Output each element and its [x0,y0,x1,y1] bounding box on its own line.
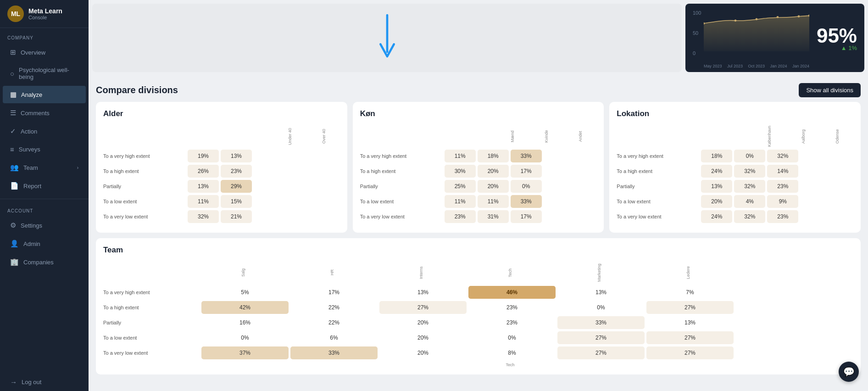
sidebar-item-comments[interactable]: ☰ Comments [3,104,86,122]
svg-point-3 [756,18,758,20]
team-col-marketing: Marketing [556,261,643,284]
table-row: To a low extent 11% 15% [103,195,340,208]
table-row: To a very high extent 18% 0% 32% [617,150,853,162]
cell: 13% [646,316,734,329]
companies-icon: 🏢 [10,258,19,266]
team-col-interns: Interns [378,261,465,284]
sidebar-item-admin[interactable]: 👤 Admin [3,235,86,252]
cell: 0% [511,180,542,193]
alder-col-under40: Under 40 [274,125,306,148]
cell-highlight: 46% [468,286,556,299]
action-icon: ✓ [10,127,16,135]
table-row: To a very low extent 37% 33% 20% 8% 27% … [103,346,853,359]
sidebar-item-label: Admin [23,240,40,247]
cell: 11% [445,195,476,208]
division-title-alder: Alder [103,109,340,118]
sidebar-item-label: Settings [21,222,42,229]
show-all-divisions-button[interactable]: Show all divisions [799,83,861,97]
sidebar-item-report[interactable]: 📄 Report [3,177,86,195]
cell: 23% [767,180,798,193]
cell: 13% [557,286,645,299]
cell: 20% [379,316,467,329]
logo-text: Meta Learn Console [28,7,62,20]
cell: 0% [557,301,645,314]
cell: 25% [445,180,476,193]
app-logo: ML Meta Learn Console [0,0,89,28]
lokation-col-koebenhavn: København [753,125,785,148]
sidebar-item-label: Overview [21,49,45,56]
svg-point-5 [798,15,800,17]
sidebar-item-logout[interactable]: → Log out [3,374,86,391]
sidebar-item-label: Report [23,183,41,190]
main-content: 100 50 0 [89,0,868,391]
row-label: To a very low extent [617,214,699,219]
team-col-salg: Salg [200,261,287,284]
table-row: To a high extent 42% 22% 27% 23% 0% 27% [103,301,853,314]
division-card-alder: Alder Under 40 Over 40 To a very high ex… [96,102,347,233]
division-title-lokation: Lokation [617,109,853,118]
table-row: To a low extent 11% 11% 33% [360,195,597,208]
division-title-kon: Køn [360,109,597,118]
table-row: To a very high extent 19% 13% [103,150,340,162]
sidebar-item-overview[interactable]: ⊞ Overview [3,44,86,61]
chart-percent-change: ▲ 1% [841,45,857,51]
kon-col-andet: Andet [564,125,596,148]
division-card-lokation: Lokation København Aalborg Odense To a v… [609,102,861,233]
cell: 33% [557,316,645,329]
cell: 0% [201,331,289,344]
cell: 20% [478,180,509,193]
team-icon: 👥 [10,163,19,172]
row-label: To a high extent [360,168,443,174]
sidebar-item-wellbeing[interactable]: ○ Psychological well-being [3,62,86,85]
row-label: To a very high extent [103,290,200,295]
cell: 32% [188,210,219,223]
cell: 27% [379,301,467,314]
row-label: To a very low extent [103,214,186,219]
comments-icon: ☰ [10,109,16,117]
analyze-icon: ▦ [10,90,17,99]
sidebar-item-settings[interactable]: ⚙ Settings [3,217,86,234]
row-label: To a low extent [360,199,443,204]
cell: 32% [734,210,765,223]
company-section-label: COMPANY [0,28,89,43]
table-row: To a high extent 24% 32% 14% [617,165,853,178]
chat-button[interactable]: 💬 [839,362,859,382]
compare-header: Compare divisions Show all divisions [89,76,868,102]
sidebar-item-label: Psychological well-being [19,67,78,80]
sidebar-item-label: Companies [23,259,54,266]
sidebar-item-team[interactable]: 👥 Team › [3,159,86,176]
cell: 20% [379,346,467,359]
sidebar-item-label: Log out [22,379,41,385]
table-row: To a very low extent 24% 32% 23% [617,210,853,223]
sidebar-divider [0,199,89,199]
chart-percent: 95% [817,24,857,47]
row-label: To a low extent [617,199,699,204]
sidebar-item-label: Team [23,164,38,171]
sidebar-item-surveys[interactable]: ≡ Surveys [3,141,86,158]
cell: 13% [701,180,732,193]
table-row: Partially 13% 32% 23% [617,180,853,193]
sidebar-item-action[interactable]: ✓ Action [3,123,86,140]
sidebar-item-analyze[interactable]: ▦ Analyze [3,86,86,103]
y-label-100: 100 [693,10,701,16]
cell: 20% [701,195,732,208]
table-row: To a low extent 20% 4% 9% [617,195,853,208]
lokation-col-headers: København Aalborg Odense [617,125,853,148]
cell: 22% [290,301,378,314]
chart-x-labels: May 2023 Jul 2023 Oct 2023 Jan 2024 Jan … [704,64,809,68]
cell: 27% [646,301,734,314]
row-label: Partially [103,320,200,325]
row-label: To a high extent [617,168,699,174]
cell: 18% [478,150,509,162]
cell: 32% [767,150,798,162]
team-col-headers: Salg HR Interns Tech Marketing Ledere [103,261,853,284]
cell: 13% [379,286,467,299]
division-card-kon: Køn Mænd Kvinde Andet To a very high ext… [353,102,604,233]
cell: 17% [511,210,542,223]
cell: 27% [557,331,645,344]
svg-point-2 [734,20,737,22]
sidebar-item-companies[interactable]: 🏢 Companies [3,253,86,271]
lokation-col-odense: Odense [821,125,853,148]
svg-point-4 [777,16,779,18]
cell: 23% [221,165,252,178]
